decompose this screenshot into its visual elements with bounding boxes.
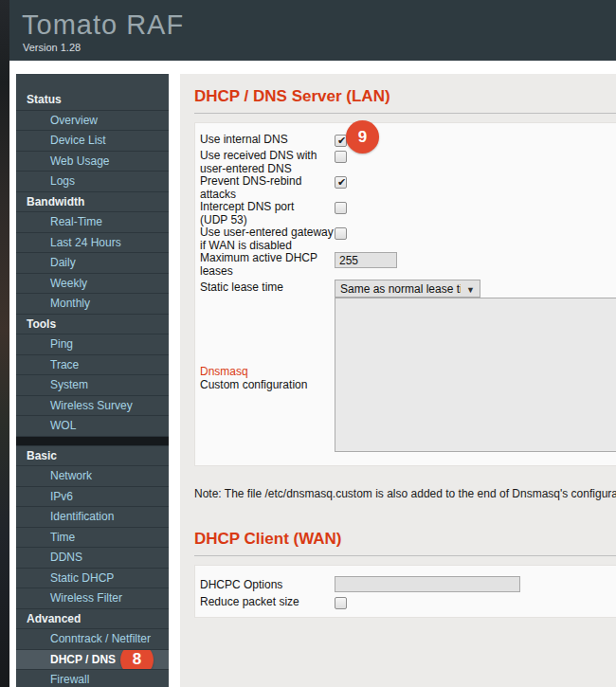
sidebar-item-web-usage[interactable]: Web Usage (16, 151, 169, 172)
sidebar-item-wireless-filter[interactable]: Wireless Filter (16, 588, 169, 608)
form-row: Prevent DNS-rebind attacks (200, 175, 616, 201)
form-row: Maximum active DHCP leases (200, 252, 616, 278)
field-label: Prevent DNS-rebind (200, 174, 301, 188)
sidebar-item-device-list[interactable]: Device List (16, 130, 169, 151)
form-row: Reduce packet size (200, 596, 616, 612)
sidebar-item-system[interactable]: System (16, 374, 169, 395)
app-title: Tomato RAF (22, 9, 184, 41)
wan-settings-box: DHCPC Options Reduce packet size (194, 565, 616, 618)
sidebar-item-monthly[interactable]: Monthly (16, 293, 169, 314)
sidebar-item-ping[interactable]: Ping (16, 334, 169, 354)
sidebar-item-trace[interactable]: Trace (16, 354, 169, 375)
lan-settings-box: Use internal DNS Use received DNS with u… (194, 122, 616, 466)
sidebar-item-identification[interactable]: Identification (16, 506, 169, 527)
sidebar-section-advanced[interactable]: Advanced (16, 608, 169, 629)
field-label: (UDP 53) (200, 213, 247, 226)
sidebar-item-firewall[interactable]: Firewall (16, 669, 169, 687)
sidebar-item-daily[interactable]: Daily (16, 252, 169, 273)
sidebar-section-status[interactable]: Status (16, 90, 169, 110)
sidebar-divider (16, 436, 169, 445)
field-label: Custom configuration (200, 378, 307, 391)
step-badge-8: 8 (120, 649, 154, 670)
sidebar-item-conntrack-netfilter[interactable]: Conntrack / Netfilter (16, 628, 169, 649)
static-lease-time-select[interactable]: Same as normal lease time (335, 280, 480, 298)
sidebar-item-time[interactable]: Time (16, 527, 169, 548)
user-entered-gateway-checkbox[interactable] (335, 227, 347, 240)
prevent-dns-rebind-checkbox[interactable] (335, 176, 347, 189)
section-divider (194, 555, 616, 556)
form-row: Use received DNS with user-entered DNS (200, 150, 616, 175)
field-label: Maximum active DHCP (200, 251, 317, 264)
main-content: 9 DHCP / DNS Server (LAN) Use internal D… (180, 74, 616, 687)
sidebar-item-ipv6[interactable]: IPv6 (16, 486, 169, 507)
field-label: Intercept DNS port (200, 200, 294, 213)
app-version: Version 1.28 (23, 42, 81, 53)
sidebar-item-static-dhcp[interactable]: Static DHCP (16, 568, 169, 588)
form-row: DHCPC Options (200, 576, 616, 592)
app-header: Tomato RAF Version 1.28 (9, 0, 616, 61)
page-title-lan: DHCP / DNS Server (LAN) (194, 87, 616, 106)
sidebar-item-label: DHCP / DNS (50, 653, 116, 666)
sidebar-item-logs[interactable]: Logs (16, 171, 169, 191)
sidebar-item-overview[interactable]: Overview (16, 110, 169, 131)
sidebar-item-weekly[interactable]: Weekly (16, 273, 169, 294)
sidebar-item-dhcp-dns[interactable]: DHCP / DNS 8 (16, 649, 169, 670)
form-row: Dnsmasq Custom configuration (200, 298, 616, 452)
sidebar-item-ddns[interactable]: DDNS (16, 547, 169, 568)
select-wrapper: Same as normal lease time (335, 280, 480, 298)
field-label: Reduce packet size (200, 596, 335, 609)
sidebar-item-last-24-hours[interactable]: Last 24 Hours (16, 232, 169, 253)
sidebar-section-basic[interactable]: Basic (16, 445, 169, 466)
form-row: Intercept DNS port (UDP 53) (200, 201, 616, 226)
sidebar-section-bandwidth[interactable]: Bandwidth (16, 191, 169, 212)
max-dhcp-leases-input[interactable] (335, 252, 397, 268)
form-row: Use internal DNS (200, 134, 616, 150)
use-received-dns-checkbox[interactable] (335, 151, 347, 163)
field-label: Use user-entered gateway (200, 226, 334, 239)
field-label: if WAN is disabled (200, 239, 292, 252)
sidebar-item-real-time[interactable]: Real-Time (16, 211, 169, 232)
page-title-wan: DHCP Client (WAN) (194, 530, 616, 549)
field-label: leases (200, 264, 233, 278)
sidebar-item-wireless-survey[interactable]: Wireless Survey (16, 395, 169, 416)
intercept-dns-port-checkbox[interactable] (335, 202, 347, 214)
field-label: user-entered DNS (200, 162, 292, 175)
field-label: Use received DNS with (200, 149, 317, 162)
note-text: Note: The file /etc/dnsmasq.custom is al… (194, 487, 616, 500)
field-label: Use internal DNS (200, 134, 335, 147)
sidebar-nav: Status Overview Device List Web Usage Lo… (16, 74, 169, 687)
section-divider (194, 113, 616, 114)
sidebar-item-network[interactable]: Network (16, 465, 169, 486)
form-row: Use user-entered gateway if WAN is disab… (200, 226, 616, 252)
step-badge-9: 9 (346, 120, 379, 154)
form-row: Static lease time Same as normal lease t… (200, 278, 616, 298)
reduce-packet-size-checkbox[interactable] (335, 597, 347, 609)
dnsmasq-custom-config-textarea[interactable] (335, 298, 616, 452)
field-label: attacks (200, 188, 236, 201)
field-label-dnsmasq: Dnsmasq (200, 365, 248, 378)
dhcpc-options-input[interactable] (335, 576, 520, 592)
field-label: DHCPC Options (200, 576, 335, 592)
sidebar-section-tools[interactable]: Tools (16, 314, 169, 334)
background-texture-strip (0, 0, 9, 687)
sidebar-item-wol[interactable]: WOL (16, 415, 169, 436)
field-label: Static lease time (200, 278, 335, 295)
